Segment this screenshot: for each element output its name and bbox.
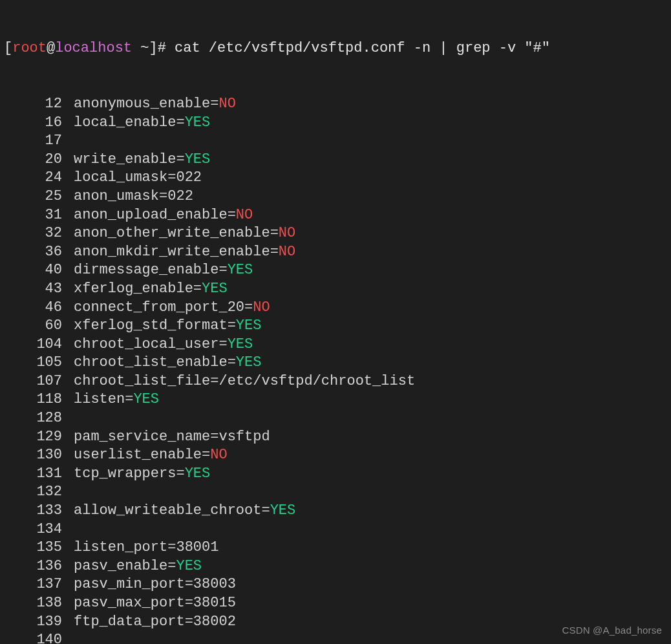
line-content: pam_service_name=vsftpd — [74, 428, 270, 447]
line-number: 132 — [4, 483, 74, 502]
value-no: NO — [236, 207, 253, 223]
config-text: listen= — [74, 391, 133, 407]
line-content: xferlog_std_format=YES — [74, 317, 261, 336]
value-yes: YES — [133, 391, 159, 407]
output-row: 135listen_port=38001 — [4, 539, 667, 557]
value-yes: YES — [270, 502, 296, 519]
output-row: 137pasv_min_port=38003 — [4, 575, 667, 594]
watermark: CSDN @A_bad_horse — [562, 624, 662, 637]
line-number: 134 — [4, 521, 74, 539]
value-yes: YES — [185, 466, 211, 482]
value-yes: YES — [236, 354, 262, 370]
output-lines: 12anonymous_enable=NO16local_enable=YES1… — [4, 95, 667, 644]
line-content — [74, 521, 82, 539]
value-no: NO — [253, 299, 270, 316]
line-content: pasv_min_port=38003 — [74, 575, 236, 594]
value-no: NO — [210, 447, 227, 463]
line-content: local_enable=YES — [74, 114, 210, 133]
config-text: anon_mkdir_write_enable= — [74, 244, 279, 260]
line-number: 16 — [4, 114, 74, 133]
output-row: 128 — [4, 409, 667, 428]
output-row: 107chroot_list_file=/etc/vsftpd/chroot_l… — [4, 372, 667, 391]
value-yes: YES — [202, 281, 228, 297]
config-text: pasv_max_port=38015 — [74, 595, 236, 611]
output-row: 24local_umask=022 — [4, 169, 667, 188]
config-text: tcp_wrappers= — [74, 466, 185, 482]
output-row: 12anonymous_enable=NO — [4, 95, 667, 114]
line-content: xferlog_enable=YES — [74, 280, 228, 299]
prompt-user: root — [12, 39, 47, 58]
line-content: pasv_enable=YES — [74, 557, 202, 576]
line-content: connect_from_port_20=NO — [74, 299, 270, 317]
value-yes: YES — [236, 317, 262, 334]
output-row: 31anon_upload_enable=NO — [4, 206, 667, 225]
output-row: 130userlist_enable=NO — [4, 446, 667, 465]
line-content — [74, 132, 82, 151]
config-text: xferlog_enable= — [74, 281, 202, 297]
output-row: 132 — [4, 483, 667, 502]
output-row: 46connect_from_port_20=NO — [4, 299, 667, 317]
config-text: pasv_min_port=38003 — [74, 576, 236, 592]
value-yes: YES — [185, 114, 211, 131]
prompt-open-bracket: [ — [4, 39, 12, 58]
line-number: 104 — [4, 336, 74, 354]
value-no: NO — [279, 225, 295, 241]
config-text: connect_from_port_20= — [74, 299, 253, 316]
config-text: ftp_data_port=38002 — [74, 614, 236, 630]
value-no: NO — [218, 96, 235, 112]
config-text: chroot_list_enable= — [74, 354, 236, 370]
line-number: 46 — [4, 299, 74, 317]
value-yes: YES — [228, 336, 253, 352]
line-number: 25 — [4, 188, 74, 206]
output-row: 36anon_mkdir_write_enable=NO — [4, 243, 667, 262]
line-number: 36 — [4, 243, 74, 262]
line-content: pasv_max_port=38015 — [74, 594, 236, 613]
line-content: write_enable=YES — [74, 151, 210, 169]
config-text: pam_service_name=vsftpd — [74, 429, 270, 445]
value-yes: YES — [185, 151, 211, 167]
config-text: listen_port=38001 — [74, 539, 218, 555]
line-number: 130 — [4, 446, 74, 465]
output-row: 17 — [4, 132, 667, 151]
line-number: 131 — [4, 465, 74, 484]
command-text: cat /etc/vsftpd/vsftpd.conf -n | grep -v… — [175, 39, 550, 58]
terminal[interactable]: [root@localhost ~]# cat /etc/vsftpd/vsft… — [0, 0, 671, 644]
config-text: anon_upload_enable= — [74, 207, 236, 223]
line-number: 105 — [4, 354, 74, 372]
output-row: 134 — [4, 521, 667, 539]
line-content: tcp_wrappers=YES — [74, 465, 210, 484]
line-content: anon_umask=022 — [74, 188, 193, 206]
config-text: anon_other_write_enable= — [74, 225, 279, 241]
line-number: 12 — [4, 95, 74, 114]
line-number: 128 — [4, 409, 74, 428]
output-row: 105chroot_list_enable=YES — [4, 354, 667, 372]
config-text: local_enable= — [74, 114, 185, 131]
line-number: 118 — [4, 391, 74, 409]
config-text: allow_writeable_chroot= — [74, 502, 270, 519]
line-content: anonymous_enable=NO — [74, 95, 236, 114]
output-row: 104chroot_local_user=YES — [4, 336, 667, 354]
line-content: anon_other_write_enable=NO — [74, 224, 295, 243]
line-content: allow_writeable_chroot=YES — [74, 502, 295, 521]
line-number: 107 — [4, 372, 74, 391]
prompt-host: localhost — [55, 39, 132, 58]
line-number: 140 — [4, 631, 74, 644]
line-number: 60 — [4, 317, 74, 336]
line-number: 138 — [4, 594, 74, 613]
line-content: chroot_list_enable=YES — [74, 354, 261, 372]
line-content: local_umask=022 — [74, 169, 202, 188]
line-number: 133 — [4, 502, 74, 521]
line-content — [74, 631, 82, 644]
config-text: chroot_list_file=/etc/vsftpd/chroot_list — [74, 373, 415, 389]
config-text: chroot_local_user= — [74, 336, 228, 352]
output-row: 20write_enable=YES — [4, 151, 667, 169]
output-row: 40dirmessage_enable=YES — [4, 261, 667, 280]
line-content: listen=YES — [74, 391, 159, 409]
line-number: 40 — [4, 261, 74, 280]
prompt-line: [root@localhost ~]# cat /etc/vsftpd/vsft… — [4, 39, 667, 58]
config-text: pasv_enable= — [74, 558, 176, 574]
line-content — [74, 409, 82, 428]
line-number: 135 — [4, 539, 74, 557]
value-no: NO — [279, 244, 295, 260]
line-number: 136 — [4, 557, 74, 576]
